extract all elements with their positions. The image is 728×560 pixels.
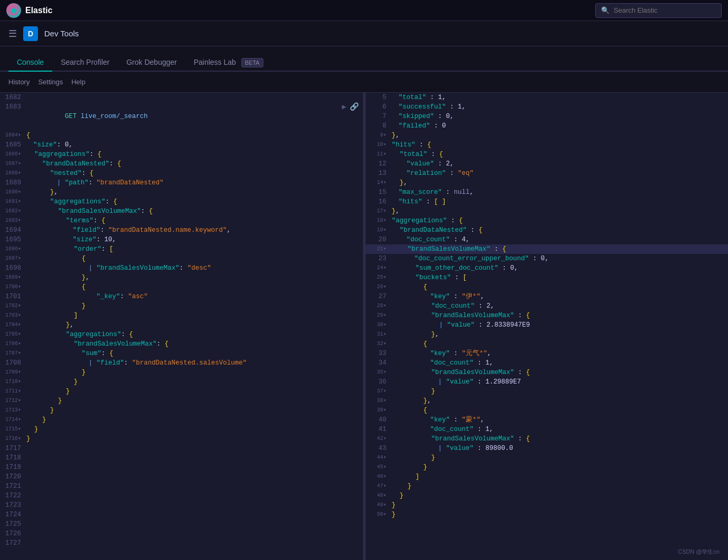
line-actions: ▶ 🔗 bbox=[342, 102, 362, 112]
response-line-46: 46▾ ] bbox=[366, 472, 729, 482]
editor-line-1718: 1718 bbox=[0, 453, 363, 463]
editor-code-view[interactable]: 1682 1683 GET live_room/_search ▶ 🔗 1684… bbox=[0, 93, 363, 560]
copy-icon[interactable]: 🔗 bbox=[350, 102, 359, 112]
editor-line-1710: 1710▾ } bbox=[0, 377, 363, 387]
response-line-45: 45▾ } bbox=[366, 463, 729, 472]
settings-button[interactable]: Settings bbox=[38, 78, 63, 86]
editor-line-1721: 1721 bbox=[0, 482, 363, 491]
editor-line-1705: 1705▾ "aggregations": { bbox=[0, 330, 363, 339]
response-line-43: 43 | "value" : 89800.0 bbox=[366, 444, 729, 453]
response-code-view[interactable]: 5 "total" : 1, 6 "successful" : 1, 7 "sk… bbox=[366, 93, 729, 560]
response-line-11: 11▾ "total" : { bbox=[366, 150, 729, 159]
response-line-34: 34 "doc_count" : 1, bbox=[366, 358, 729, 368]
elastic-logo-icon bbox=[6, 3, 21, 18]
response-line-26: 26▾ { bbox=[366, 282, 729, 292]
breadcrumb-bar: ☰ D Dev Tools bbox=[0, 21, 728, 46]
watermark: CSDN @华生cn bbox=[678, 548, 720, 556]
response-line-17: 17▾ }, bbox=[366, 207, 729, 216]
editor-line-1709: 1709▾ } bbox=[0, 368, 363, 377]
editor-line-1707: 1707▾ "sum": { bbox=[0, 349, 363, 358]
editor-panel[interactable]: 1682 1683 GET live_room/_search ▶ 🔗 1684… bbox=[0, 93, 363, 560]
response-line-29: 29▾ "brandSalesVolumeMax" : { bbox=[366, 311, 729, 320]
tab-painless-lab[interactable]: Painless Lab BETA bbox=[185, 54, 272, 72]
response-line-38: 38▾ }, bbox=[366, 396, 729, 406]
editor-line-1714: 1714▾ } bbox=[0, 415, 363, 425]
breadcrumb-badge: D bbox=[23, 26, 38, 41]
editor-line-1690: 1690▾ }, bbox=[0, 188, 363, 197]
editor-line-1701: 1701 "_key": "asc" bbox=[0, 292, 363, 301]
editor-line-1717: 1717 bbox=[0, 444, 363, 453]
response-line-33: 33 "key" : "元气*", bbox=[366, 349, 729, 358]
help-button[interactable]: Help bbox=[71, 78, 85, 86]
breadcrumb-title: Dev Tools bbox=[44, 29, 79, 38]
tab-grok-debugger[interactable]: Grok Debugger bbox=[118, 54, 185, 72]
tab-search-profiler[interactable]: Search Profiler bbox=[52, 54, 118, 72]
response-line-50: 50▾ } bbox=[366, 510, 729, 519]
editor-line-1682: 1682 bbox=[0, 93, 363, 102]
editor-line-1719: 1719 bbox=[0, 463, 363, 472]
response-line-35: 35▾ "brandSalesVolumeMax" : { bbox=[366, 368, 729, 377]
response-line-14: 14▾ }, bbox=[366, 178, 729, 188]
editor-line-1723: 1723 bbox=[0, 500, 363, 510]
history-button[interactable]: History bbox=[8, 78, 29, 86]
response-line-23: 23 "doc_count_error_upper_bound" : 0, bbox=[366, 254, 729, 263]
run-icon[interactable]: ▶ bbox=[342, 102, 346, 112]
hamburger-icon[interactable]: ☰ bbox=[8, 28, 17, 40]
secondary-toolbar: History Settings Help bbox=[0, 72, 728, 93]
search-input[interactable] bbox=[614, 6, 716, 14]
beta-badge: BETA bbox=[241, 58, 263, 67]
response-line-7: 7 "skipped" : 0, bbox=[366, 112, 729, 121]
response-line-13: 13 "relation" : "eq" bbox=[366, 169, 729, 178]
editor-line-1725: 1725 bbox=[0, 519, 363, 529]
editor-line-1700: 1700▾ { bbox=[0, 282, 363, 292]
editor-line-1695: 1695 "size": 10, bbox=[0, 235, 363, 244]
editor-line-1688: 1688▾ "nested": { bbox=[0, 169, 363, 178]
response-line-10: 10▾ "hits" : { bbox=[366, 140, 729, 150]
editor-line-1726: 1726 bbox=[0, 529, 363, 538]
editor-line-1727: 1727 bbox=[0, 538, 363, 548]
editor-line-1683: 1683 GET live_room/_search ▶ 🔗 bbox=[0, 102, 363, 131]
response-line-21: 21▾ "brandSalesVolumeMax" : { bbox=[366, 244, 729, 254]
editor-line-1696: 1696▾ "order": [ bbox=[0, 244, 363, 254]
response-line-15: 15 "max_score" : null, bbox=[366, 188, 729, 197]
editor-line-1692: 1692▾ "brandSalesVolumeMax": { bbox=[0, 207, 363, 216]
editor-line-1708: 1708 | "field": "brandDataNested.salesVo… bbox=[0, 358, 363, 368]
response-line-48: 48▾ } bbox=[366, 491, 729, 500]
navbar: Elastic 🔍 bbox=[0, 0, 728, 21]
response-line-20: 20 "doc_count" : 4, bbox=[366, 235, 729, 244]
editor-line-1713: 1713▾ } bbox=[0, 406, 363, 415]
svg-point-1 bbox=[12, 8, 16, 13]
response-line-47: 47▾ } bbox=[366, 482, 729, 491]
editor-line-1698: 1698 | "brandSalesVolumeMax": "desc" bbox=[0, 263, 363, 273]
editor-line-1716: 1716▾ } bbox=[0, 434, 363, 444]
editor-line-1684: 1684▾ { bbox=[0, 131, 363, 140]
editor-container: 1682 1683 GET live_room/_search ▶ 🔗 1684… bbox=[0, 93, 728, 560]
response-line-6: 6 "successful" : 1, bbox=[366, 102, 729, 112]
editor-line-1702: 1702▾ } bbox=[0, 301, 363, 311]
editor-line-1703: 1703▾ ] bbox=[0, 311, 363, 320]
elastic-logo: Elastic bbox=[6, 3, 53, 18]
response-panel: 5 "total" : 1, 6 "successful" : 1, 7 "sk… bbox=[366, 93, 729, 560]
response-line-40: 40 "key" : "蒙*", bbox=[366, 415, 729, 425]
editor-line-1694: 1694 "field": "brandDataNested.name.keyw… bbox=[0, 225, 363, 235]
response-line-9: 9▾ }, bbox=[366, 131, 729, 140]
editor-line-1691: 1691▾ "aggregations": { bbox=[0, 197, 363, 207]
response-line-30: 30▾ | "value" : 2.8338947E9 bbox=[366, 320, 729, 330]
editor-line-1687: 1687▾ "brandDataNested": { bbox=[0, 159, 363, 169]
response-line-24: 24▾ "sum_other_doc_count" : 0, bbox=[366, 263, 729, 273]
editor-line-1693: 1693▾ "terms": { bbox=[0, 216, 363, 225]
response-line-39: 39▾ { bbox=[366, 406, 729, 415]
search-bar[interactable]: 🔍 bbox=[595, 3, 722, 18]
elastic-brand-name: Elastic bbox=[25, 6, 53, 15]
tab-console[interactable]: Console bbox=[8, 54, 52, 72]
response-line-27: 27 "key" : "伊*", bbox=[366, 292, 729, 301]
response-line-12: 12 "value" : 2, bbox=[366, 159, 729, 169]
editor-line-1711: 1711▾ } bbox=[0, 387, 363, 396]
response-line-41: 41 "doc_count" : 1, bbox=[366, 425, 729, 434]
response-line-44: 44▾ } bbox=[366, 453, 729, 463]
response-line-19: 19▾ "brandDataNested" : { bbox=[366, 225, 729, 235]
editor-line-1704: 1704▾ }, bbox=[0, 320, 363, 330]
editor-line-1722: 1722 bbox=[0, 491, 363, 500]
response-line-37: 37▾ } bbox=[366, 387, 729, 396]
editor-line-1715: 1715▾ } bbox=[0, 425, 363, 434]
